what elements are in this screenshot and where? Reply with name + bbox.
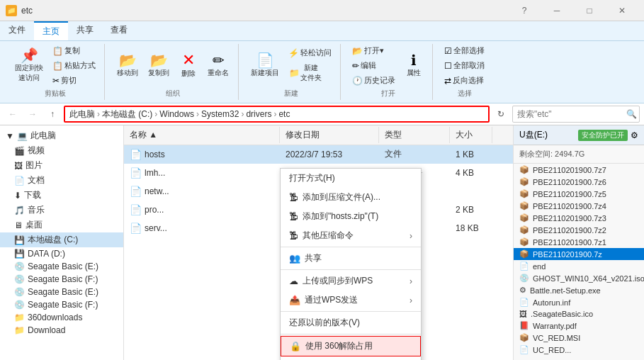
sidebar-item-music[interactable]: 🎵 音乐 bbox=[0, 203, 123, 218]
list-item[interactable]: ⚙ Battle.net-Setup.exe bbox=[514, 284, 644, 296]
sidebar-item-f2[interactable]: 💿 Seagate Basic (F:) bbox=[0, 298, 123, 311]
ctx-send-wps[interactable]: 📤 通过WPS发送 › bbox=[281, 291, 421, 310]
tab-file[interactable]: 文件 bbox=[0, 21, 34, 40]
sidebar-item-360downloads[interactable]: 📁 360downloads bbox=[0, 311, 123, 324]
maximize-button[interactable]: □ bbox=[573, 0, 606, 21]
sidebar-pc-label: 此电脑 bbox=[30, 130, 56, 142]
list-item[interactable]: 📦 PBE2110201900.7z2 bbox=[514, 224, 644, 236]
list-item[interactable]: 📕 Warranty.pdf bbox=[514, 320, 644, 332]
open-icon: 📂 bbox=[352, 46, 363, 56]
documents-icon: 📄 bbox=[14, 176, 25, 186]
history-button[interactable]: 🕐 历史记录 bbox=[349, 74, 398, 87]
list-item[interactable]: 📦 PBE2110201900.7z1 bbox=[514, 236, 644, 248]
search-input[interactable] bbox=[517, 109, 623, 119]
tab-view[interactable]: 查看 bbox=[102, 21, 136, 40]
ctx-share[interactable]: 👥 共享 bbox=[281, 249, 421, 268]
sidebar-item-desktop[interactable]: 🖥 桌面 bbox=[0, 218, 123, 232]
breadcrumb-etc: etc bbox=[278, 109, 290, 119]
list-item[interactable]: 📦 VC_RED.MSI bbox=[514, 332, 644, 344]
new-items: 📄 新建项目 ⚡ 轻松访问 📁 新建文件夹 bbox=[247, 44, 334, 87]
table-row[interactable]: 📄 hosts 2022/3/7 19:53 文件 1 KB bbox=[124, 145, 513, 164]
edit-button[interactable]: ✏ 编辑 bbox=[349, 59, 398, 72]
sidebar-item-pc[interactable]: ▼ 💻 此电脑 bbox=[0, 128, 123, 143]
search-box[interactable]: 🔍 bbox=[512, 106, 640, 123]
sidebar-item-d[interactable]: 💾 DATA (D:) bbox=[0, 247, 123, 260]
invert-selection-button[interactable]: ⇄ 反向选择 bbox=[441, 74, 487, 87]
list-item[interactable]: 📦 PBE2110201900.7z5 bbox=[514, 188, 644, 200]
col-date[interactable]: 修改日期 bbox=[280, 127, 379, 143]
sidebar-item-c[interactable]: 💾 本地磁盘 (C:) bbox=[0, 232, 123, 247]
properties-button[interactable]: ℹ 属性 bbox=[401, 51, 426, 80]
copy-to-button[interactable]: 📂 复制到 bbox=[145, 51, 173, 80]
new-item-button[interactable]: 📄 新建项目 bbox=[247, 51, 283, 80]
rename-icon: ✏ bbox=[213, 53, 225, 67]
paste-button[interactable]: 📋 粘贴方式 bbox=[50, 59, 98, 72]
ctx-360-delete[interactable]: 🗑 使用 360强力删除 bbox=[281, 356, 421, 360]
ctx-add-to-zip[interactable]: 🗜 添加到压缩文件(A)... bbox=[281, 188, 421, 207]
col-type[interactable]: 类型 bbox=[379, 127, 450, 143]
breadcrumb[interactable]: 此电脑 › 本地磁盘 (C:) › Windows › System32 › d… bbox=[64, 106, 490, 123]
history-icon: 🕐 bbox=[352, 76, 363, 86]
sidebar-item-e1[interactable]: 💿 Seagate Basic (E:) bbox=[0, 260, 123, 273]
file-name-netw: netw... bbox=[145, 186, 169, 196]
sidebar-item-downloads[interactable]: ⬇ 下载 bbox=[0, 188, 123, 203]
cut-button[interactable]: ✂ 剪切 bbox=[50, 74, 98, 87]
sidebar-item-e2[interactable]: 💿 Seagate Basic (E:) bbox=[0, 286, 123, 298]
select-label: 选择 bbox=[458, 89, 472, 100]
list-item[interactable]: 📦 PBE2110201900.7z7 bbox=[514, 164, 644, 176]
easy-access-button[interactable]: ⚡ 轻松访问 bbox=[286, 46, 334, 60]
new-folder-button[interactable]: 📁 新建文件夹 bbox=[286, 61, 334, 85]
close-button[interactable]: ✕ bbox=[606, 0, 638, 21]
select-all-button[interactable]: ☑ 全部选择 bbox=[441, 44, 487, 57]
list-item[interactable]: 📦 PBE2110201900.7z6 bbox=[514, 176, 644, 188]
back-button[interactable]: ← bbox=[4, 106, 21, 122]
sidebar-item-download[interactable]: 📁 Download bbox=[0, 324, 123, 337]
list-item[interactable]: 📄 UC_RED... bbox=[514, 344, 644, 356]
tab-home[interactable]: 主页 bbox=[34, 21, 68, 40]
right-panel-storage: 剩余空间: 2494.7G bbox=[514, 145, 644, 164]
pin-quick-access-button[interactable]: 📌 固定到快速访问 bbox=[11, 46, 47, 85]
arrow-icon-sendwps: › bbox=[409, 296, 412, 305]
col-name[interactable]: 名称 ▲ bbox=[124, 127, 280, 143]
ctx-more-compress[interactable]: 🗜 其他压缩命令 › bbox=[281, 226, 421, 245]
list-item[interactable]: 📄 Autorun.inf bbox=[514, 296, 644, 308]
list-item[interactable]: 📦 PBE2110201900.7z bbox=[514, 248, 644, 260]
sidebar-item-documents[interactable]: 📄 文档 bbox=[0, 173, 123, 188]
file-name-7z: PBE2110201900.7z bbox=[533, 250, 602, 259]
lock-icon: 🔒 bbox=[290, 341, 301, 351]
file-icon-7z5: 📦 bbox=[519, 189, 529, 198]
ctx-open-with[interactable]: 打开方式(H) bbox=[281, 169, 421, 188]
ctx-360-occupy[interactable]: 🔒 使用 360解除占用 bbox=[281, 336, 421, 356]
paste-icon: 📋 bbox=[52, 61, 63, 71]
search-icon[interactable]: 🔍 bbox=[626, 109, 637, 119]
list-item[interactable]: 💿 GHOST_WIN10_X64_v2021.iso bbox=[514, 272, 644, 284]
minimize-button[interactable]: ─ bbox=[541, 0, 573, 21]
zip3-icon: 🗜 bbox=[289, 230, 298, 241]
refresh-button[interactable]: ↻ bbox=[492, 106, 509, 122]
delete-button[interactable]: ✕ 删除 bbox=[176, 50, 201, 81]
sidebar-item-f1[interactable]: 💿 Seagate Basic (F:) bbox=[0, 273, 123, 286]
ctx-restore-version[interactable]: 还原以前的版本(V) bbox=[281, 313, 421, 332]
help-button[interactable]: ? bbox=[508, 0, 541, 21]
copy-button[interactable]: 📋 复制 bbox=[50, 44, 98, 57]
gear-icon[interactable]: ⚙ bbox=[631, 130, 638, 140]
forward-button[interactable]: → bbox=[24, 106, 41, 122]
ctx-upload-wps[interactable]: ☁ 上传或同步到WPS › bbox=[281, 271, 421, 291]
tab-share[interactable]: 共享 bbox=[68, 21, 102, 40]
new-label: 新建 bbox=[284, 89, 298, 100]
list-item[interactable]: 🖼 .SeagateBasic.ico bbox=[514, 308, 644, 320]
move-to-button[interactable]: 📂 移动到 bbox=[113, 51, 142, 80]
list-item[interactable]: 📦 PBE2110201900.7z4 bbox=[514, 200, 644, 212]
select-none-button[interactable]: ☐ 全部取消 bbox=[441, 59, 487, 72]
ctx-hostszip-label: 添加到"hosts.zip"(T) bbox=[303, 210, 378, 223]
share-icon: 👥 bbox=[289, 253, 300, 264]
up-button[interactable]: ↑ bbox=[44, 106, 61, 122]
sidebar-item-pictures[interactable]: 🖼 图片 bbox=[0, 158, 123, 173]
sidebar-item-video[interactable]: 🎬 视频 bbox=[0, 143, 123, 158]
list-item[interactable]: 📄 end bbox=[514, 260, 644, 272]
col-size[interactable]: 大小 bbox=[450, 127, 492, 143]
open-button[interactable]: 📂 打开▾ bbox=[349, 44, 398, 57]
ctx-add-to-hostszip[interactable]: 🗜 添加到"hosts.zip"(T) bbox=[281, 207, 421, 226]
list-item[interactable]: 📦 PBE2110201900.7z3 bbox=[514, 212, 644, 224]
rename-button[interactable]: ✏ 重命名 bbox=[204, 51, 232, 80]
